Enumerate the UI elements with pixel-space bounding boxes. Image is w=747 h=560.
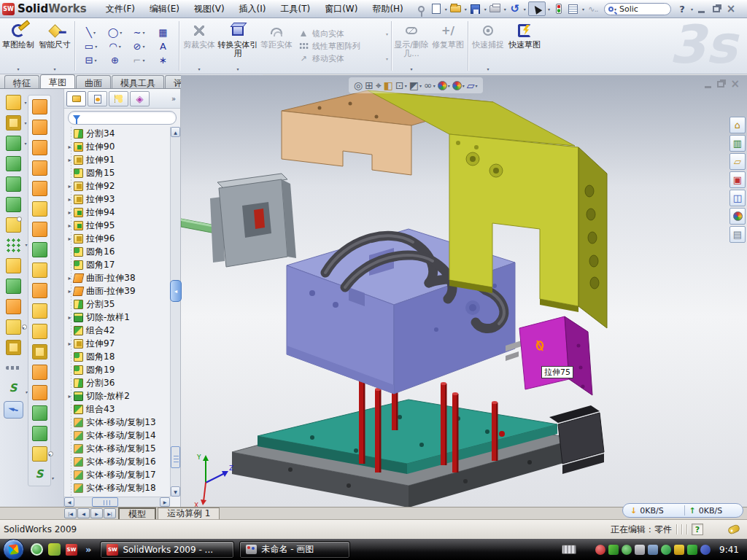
- tree-item-move-copy15[interactable]: 实体-移动/复制15: [66, 442, 170, 455]
- surface-fill-icon[interactable]: [32, 242, 47, 257]
- offset-entities-button[interactable]: 等距实体: [258, 18, 295, 74]
- tree-item-fillet18[interactable]: 圆角18: [66, 350, 170, 363]
- tree-item-extrude92[interactable]: ▸拉伸92: [66, 179, 170, 192]
- smart-dimension-button[interactable]: 智能尺寸 ▾: [36, 18, 73, 74]
- expand-arrow[interactable]: ▸: [66, 183, 74, 190]
- tab-features[interactable]: 特征: [4, 75, 39, 88]
- property-manager-tab[interactable]: [88, 91, 107, 106]
- scroll-left-button[interactable]: ◀: [64, 497, 74, 507]
- point-tool[interactable]: ∗: [151, 53, 175, 67]
- appearances-scenes-icon[interactable]: [729, 208, 746, 225]
- tree-item-fillet17[interactable]: 圆角17: [66, 258, 170, 271]
- text-tool[interactable]: A: [151, 39, 175, 53]
- sketch-button[interactable]: 草图绘制 ▾: [0, 18, 36, 74]
- tag-icon[interactable]: [727, 524, 741, 535]
- draft-icon[interactable]: [6, 197, 21, 212]
- dropdown-caret[interactable]: ▾: [582, 7, 584, 12]
- scroll-right-button[interactable]: ▶: [160, 497, 170, 507]
- dropdown-caret[interactable]: ▾: [484, 7, 487, 12]
- arc-tool[interactable]: ◠▾: [103, 39, 127, 53]
- license-badge-icon[interactable]: [622, 545, 632, 555]
- view-orientation-icon[interactable]: ⊡▾: [395, 80, 407, 90]
- options-button[interactable]: [567, 1, 580, 16]
- rapid-sketch-button[interactable]: 快速草图: [506, 18, 543, 74]
- line-tool[interactable]: ╲▾: [79, 26, 103, 39]
- section-view-icon[interactable]: ◧: [384, 80, 393, 90]
- extruded-boss-icon[interactable]: [6, 95, 21, 110]
- save-button[interactable]: [469, 1, 482, 16]
- trim-entities-button[interactable]: 剪裁实体 ▾: [181, 18, 217, 74]
- new-document-button[interactable]: [430, 1, 443, 16]
- tree-item-extrude94[interactable]: ▸拉伸94: [66, 206, 170, 219]
- surface-split-line-icon[interactable]: [32, 344, 47, 359]
- surface-revolve-icon[interactable]: [32, 120, 47, 135]
- menu-edit[interactable]: 编辑(E): [142, 1, 187, 18]
- tree-item-extrude95[interactable]: ▸拉伸95: [66, 219, 170, 232]
- scroll-up-button[interactable]: ▲: [171, 127, 180, 137]
- task-solidworks[interactable]: SW SolidWorks 2009 - ...: [100, 541, 234, 559]
- spline-tool[interactable]: ∼▾: [127, 26, 151, 39]
- expand-arrow[interactable]: ▸: [66, 222, 74, 229]
- tree-item-extrude93[interactable]: ▸拉伸93: [66, 192, 170, 206]
- tree-vertical-scrollbar[interactable]: ▲ ▼: [170, 127, 180, 497]
- menu-view[interactable]: 视图(V): [187, 1, 232, 18]
- overflow-button[interactable]: ∿..: [587, 1, 600, 16]
- antivirus-shield-icon[interactable]: [608, 545, 619, 555]
- tree-item-extrude97[interactable]: ▸拉伸97: [66, 337, 170, 350]
- keyboard-layout-icon[interactable]: [562, 545, 576, 554]
- tree-item-combine43[interactable]: 组合43: [66, 402, 170, 416]
- expand-arrow[interactable]: ▸: [66, 209, 74, 216]
- tree-item-split35[interactable]: 分割35: [66, 298, 170, 311]
- resources-home-icon[interactable]: ⌂: [729, 117, 746, 133]
- view-palette-icon[interactable]: ◫: [729, 190, 746, 206]
- tree-item-split34[interactable]: 分割34: [66, 127, 170, 140]
- tab-sketch[interactable]: 草图: [40, 74, 75, 88]
- search-box[interactable]: ▾ Solic: [604, 3, 671, 15]
- scene-icon[interactable]: ▾: [452, 81, 465, 90]
- combine-icon[interactable]: [6, 258, 21, 273]
- toolbox-icon[interactable]: ▣: [729, 171, 746, 188]
- tree-item-cut-loft1[interactable]: ▸切除-放样1: [66, 311, 170, 324]
- split-icon[interactable]: [6, 279, 21, 294]
- quick-launch-input-method-icon[interactable]: [48, 543, 61, 556]
- zoom-area-icon[interactable]: ⊞: [365, 80, 374, 90]
- tree-item-move-copy17[interactable]: 实体-移动/复制17: [66, 468, 170, 481]
- vertical-scroll-thumb[interactable]: [171, 446, 180, 468]
- rebuild-button[interactable]: [552, 1, 565, 16]
- restore-window-button[interactable]: [710, 1, 723, 16]
- slot-tool[interactable]: ⊟▾: [79, 53, 103, 67]
- surface-delete-icon[interactable]: [32, 303, 47, 319]
- display-delete-relations-button[interactable]: 显示/删除几... ▾: [393, 18, 430, 74]
- box-select-tool[interactable]: ▦: [151, 26, 175, 39]
- tree-item-cut-loft2[interactable]: ▸切除-放样2: [66, 389, 170, 402]
- panel-splitter-handle[interactable]: ◂: [170, 280, 182, 302]
- sync-blocked-icon[interactable]: [700, 545, 711, 555]
- surface-planar-icon[interactable]: [32, 222, 47, 237]
- print-button[interactable]: [489, 1, 502, 16]
- surface-extend-icon[interactable]: [32, 262, 47, 278]
- tree-item-move-copy18[interactable]: 实体-移动/复制18: [66, 481, 170, 494]
- surface-box-icon[interactable]: [32, 324, 47, 339]
- tab-surfaces[interactable]: 曲面: [76, 75, 111, 88]
- quick-launch-chevron[interactable]: »: [85, 544, 91, 555]
- taskbar-clock[interactable]: 9:41: [719, 545, 739, 555]
- extruded-cut-icon[interactable]: [6, 115, 21, 131]
- menu-tools[interactable]: 工具(T): [273, 1, 317, 18]
- curve-icon[interactable]: [6, 366, 21, 370]
- dropdown-caret[interactable]: ▾: [53, 66, 55, 71]
- doc-restore-button[interactable]: [717, 81, 724, 88]
- repair-sketch-button[interactable]: +∕ 修复草图: [430, 18, 466, 74]
- dropdown-caret[interactable]: ▾: [691, 7, 693, 12]
- minimize-window-button[interactable]: [695, 1, 708, 16]
- quick-snaps-button[interactable]: 快速捕捉 ▾: [470, 18, 506, 74]
- surface-sweep-icon[interactable]: [32, 99, 47, 114]
- expand-arrow[interactable]: ▸: [66, 314, 74, 321]
- surface-sparkle-icon[interactable]: [32, 446, 47, 462]
- last-tab-button[interactable]: ▶|: [104, 508, 116, 518]
- search-dropdown-caret[interactable]: ▾: [614, 7, 616, 12]
- help-button[interactable]: ?: [676, 1, 689, 16]
- tree-item-surface-extrude39[interactable]: ▸曲面-拉伸39: [66, 284, 170, 298]
- first-tab-button[interactable]: |◀: [64, 508, 77, 518]
- tree-item-fillet15[interactable]: 圆角15: [66, 166, 170, 179]
- sketch-overlay-icon[interactable]: ▱▾: [467, 80, 478, 90]
